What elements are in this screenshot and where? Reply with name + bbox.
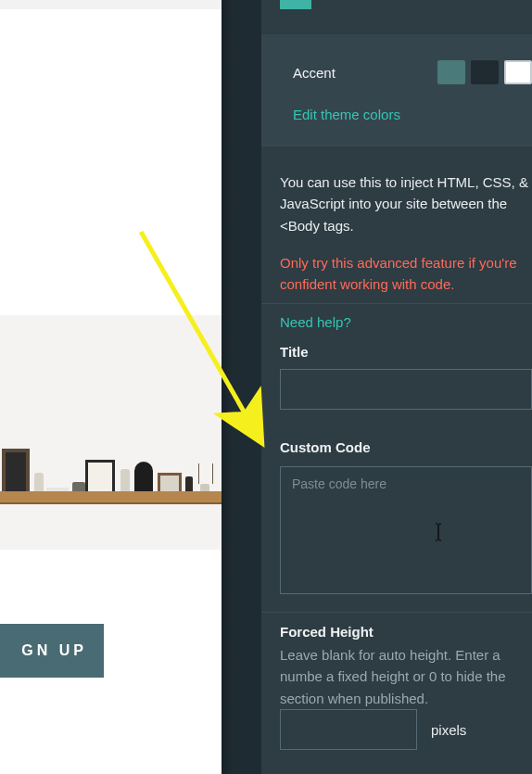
need-help-link[interactable]: Need help? [280,314,351,330]
panel-gutter-shadow [222,0,233,774]
custom-code-label: Custom Code [280,439,371,455]
forced-height-label: Forced Height [280,624,374,640]
accent-swatches [437,60,532,84]
preview-top-edge [0,0,222,9]
swatch-white[interactable] [504,60,532,84]
accent-card: Accent Edit theme colors [261,34,532,146]
sign-up-button[interactable]: GN UP [0,624,104,678]
accent-label: Accent [293,65,437,81]
section-warning: Only try this advanced feature if you're… [280,252,523,296]
divider [261,146,532,146]
forced-height-input[interactable] [280,709,417,750]
title-input[interactable] [280,369,532,410]
divider [261,612,532,613]
forced-height-description: Leave blank for auto height. Enter a num… [280,644,532,709]
swatch-teal[interactable] [437,60,465,84]
custom-code-textarea[interactable] [280,466,532,594]
site-preview: GN UP [0,0,222,774]
preview-image [0,315,222,550]
swatch-dark[interactable] [471,60,499,84]
section-description: You can use this to inject HTML, CSS, & … [280,171,532,236]
divider [261,303,532,304]
sign-up-label: GN UP [21,642,87,659]
edit-theme-colors-link[interactable]: Edit theme colors [293,107,400,122]
pixels-unit-label: pixels [431,722,466,738]
active-indicator [280,0,311,9]
title-label: Title [280,344,309,360]
